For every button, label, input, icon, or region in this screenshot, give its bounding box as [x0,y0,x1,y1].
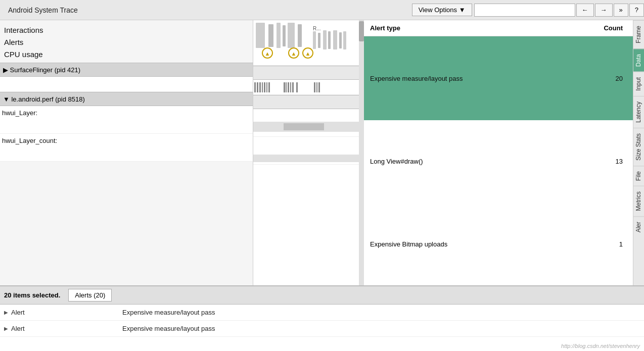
surfaceflinger-vis-spacer [0,77,253,92]
le-android-section[interactable]: ▼ le.android.perf (pid 8518) [0,92,253,106]
nav-forward-button[interactable]: → [595,4,613,17]
alert-type-cell: Expensive measure/layout pass [364,36,565,121]
svg-rect-1 [268,24,273,47]
alert-list-item[interactable]: ▶ Alert Expensive measure/layout pass [0,305,644,321]
alert-item-label: Alert [11,325,122,332]
toolbar: Android System Trace View Options ▼ ← → … [0,0,644,20]
nav-back-button[interactable]: ← [576,4,594,17]
track-label-alerts: Alerts [2,36,251,48]
svg-rect-24 [264,82,265,92]
svg-rect-16 [328,31,331,49]
interactions-vis: ▲ ▲ ▲ R... [253,20,364,66]
surfaceflinger-label: ▶ SurfaceFlinger (pid 421) [3,66,80,74]
tab-aler[interactable]: Aler [633,216,644,237]
scroll-thumb[interactable] [359,21,364,41]
svg-rect-13 [313,31,316,49]
alert-panel: Alert type Count Expensive measure/layou… [364,20,633,285]
svg-rect-22 [259,82,261,92]
alert-item-desc: Expensive measure/layout pass [122,325,215,332]
svg-rect-14 [318,33,320,48]
hwui-layer-label-row: hwui_Layer: [0,106,253,134]
hwui-layer-vis [253,109,364,137]
svg-text:▲: ▲ [291,51,297,57]
svg-rect-31 [292,82,294,92]
le-android-section-vis [253,95,364,109]
hwui-count-vis [253,137,364,165]
bottom-panel: 20 items selected. Alerts (20) ▶ Alert E… [0,285,644,351]
le-android-label: ▼ le.android.perf (pid 8518) [3,95,85,103]
svg-rect-27 [284,82,285,92]
svg-text:▲: ▲ [265,51,270,57]
svg-rect-35 [318,82,320,92]
tab-file[interactable]: File [633,166,644,186]
track-label-interactions: Interactions [2,24,251,36]
tab-latency[interactable]: Latency [633,96,644,128]
surfaceflinger-section[interactable]: ▶ SurfaceFlinger (pid 421) [0,63,253,77]
svg-rect-19 [343,31,346,49]
view-options-button[interactable]: View Options ▼ [412,4,472,16]
svg-rect-5 [298,24,302,47]
alert-table: Alert type Count Expensive measure/layou… [364,20,633,285]
interactions-group: Interactions Alerts CPU usage [0,20,253,63]
surfaceflinger-bars [253,80,364,95]
label-column: Interactions Alerts CPU usage ▶ SurfaceF… [0,20,253,285]
svg-rect-28 [286,82,287,92]
alert-count-cell: 20 [565,36,633,121]
bottom-tabs-bar: 20 items selected. Alerts (20) [0,286,644,305]
left-panel: Interactions Alerts CPU usage ▶ SurfaceF… [0,20,364,285]
hwui-count-vis-svg [253,137,359,165]
svg-rect-34 [316,82,317,92]
alert-list: ▶ Alert Expensive measure/layout pass ▶ … [0,305,644,337]
svg-rect-0 [256,23,265,48]
tab-size-stats[interactable]: Size Stats [633,128,644,166]
alert-table-row[interactable]: Long View#draw() 13 [364,120,633,203]
svg-rect-29 [288,82,289,92]
alert-item-label: Alert [11,309,122,316]
alert-count-cell: 13 [565,120,633,203]
alert-type-cell: Long View#draw() [364,120,565,203]
svg-rect-38 [253,155,359,162]
surfaceflinger-bars-svg [253,80,359,95]
svg-rect-23 [262,82,263,92]
svg-rect-4 [288,23,295,48]
alert-list-item[interactable]: ▶ Alert Expensive measure/layout pass [0,321,644,337]
svg-rect-33 [314,82,315,92]
svg-rect-3 [283,25,286,46]
alert-expand-icon: ▶ [4,310,8,315]
vis-scrollbar[interactable] [359,20,364,285]
nav-help-button[interactable]: ? [629,4,644,17]
nav-more-button[interactable]: » [614,4,628,17]
svg-rect-2 [277,23,281,48]
interactions-svg: ▲ ▲ ▲ R... [253,20,359,66]
col-alert-type: Alert type [364,20,565,36]
side-tabs: Frame Data Input Latency Size Stats File… [633,20,644,285]
svg-rect-21 [257,82,258,92]
app-title: Android System Trace [0,6,86,14]
svg-rect-30 [290,82,291,92]
tab-metrics[interactable]: Metrics [633,186,644,216]
svg-rect-25 [266,82,267,92]
svg-rect-20 [254,82,256,92]
tab-frame[interactable]: Frame [633,20,644,48]
hwui-layer-count-label-row: hwui_Layer_count: [0,134,253,162]
hwui-layer-label: hwui_Layer: [2,109,37,117]
svg-rect-32 [296,82,298,92]
svg-rect-37 [284,123,324,130]
tab-data[interactable]: Data [633,48,644,72]
vis-column: ▲ ▲ ▲ R... [253,20,364,285]
svg-rect-18 [339,32,342,48]
alert-item-desc: Expensive measure/layout pass [122,309,215,316]
alert-count-cell: 1 [565,203,633,286]
alert-type-cell: Expensive Bitmap uploads [364,203,565,286]
tab-input[interactable]: Input [633,72,644,96]
col-count: Count [565,20,633,36]
alert-table-row[interactable]: Expensive measure/layout pass 20 [364,36,633,121]
svg-rect-26 [268,82,270,92]
main-area: Interactions Alerts CPU usage ▶ SurfaceF… [0,20,644,285]
search-input[interactable] [474,4,575,17]
svg-text:R...: R... [313,26,321,31]
alert-expand-icon: ▶ [4,326,8,331]
alert-table-row[interactable]: Expensive Bitmap uploads 1 [364,203,633,286]
surfaceflinger-section-vis [253,66,364,80]
alerts-tab-button[interactable]: Alerts (20) [68,289,112,302]
